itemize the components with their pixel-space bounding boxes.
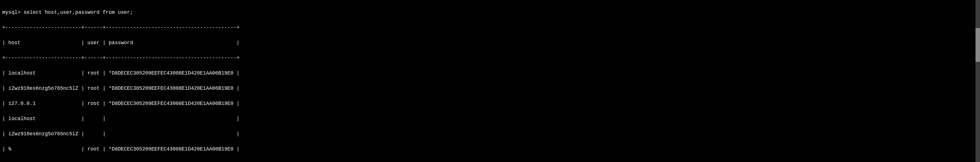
table-row: | localhost | | | [2, 115, 978, 122]
table-header-row: | host | user | password | [2, 39, 978, 47]
table-row: | iZwz910es6nzg5o765nc5lZ | | | [2, 130, 978, 138]
table-border-top: +-------------------------+------+------… [2, 24, 978, 32]
sql-command: select host,user,password from user; [24, 9, 133, 16]
table-row: | % | root | *D8DECEC305209EEFEC43008E1D… [2, 145, 978, 153]
table-row: | 127.0.0.1 | root | *D8DECEC305209EEFEC… [2, 100, 978, 108]
table-border-bottom: +-------------------------+------+------… [2, 160, 978, 162]
mysql-prompt: mysql> [2, 9, 24, 16]
command-line: mysql> select host,user,password from us… [2, 9, 978, 16]
vertical-scrollbar-thumb[interactable] [975, 28, 980, 62]
vertical-scrollbar-track[interactable] [975, 0, 980, 162]
terminal-output[interactable]: mysql> select host,user,password from us… [2, 1, 978, 162]
table-row: | localhost | root | *D8DECEC305209EEFEC… [2, 70, 978, 77]
table-border-mid: +-------------------------+------+------… [2, 54, 978, 62]
table-row: | iZwz910es6nzg5o765nc5lZ | root | *D8DE… [2, 85, 978, 92]
